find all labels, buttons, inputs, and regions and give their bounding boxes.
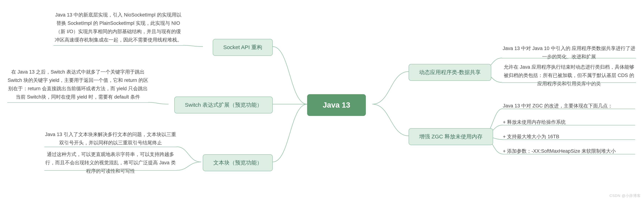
- branch-label: 文本块（预览功能）: [213, 160, 262, 166]
- leaf-socket-desc: Java 13 中的新底层实现，引入 NioSocketImpl 的实现用以替换…: [54, 11, 183, 46]
- leaf-underline: [502, 58, 636, 58]
- leaf-cds-2: 允许在 Java 应用程序执行结束时动态进行类归档，具体能够被归档的类包括：所有…: [502, 63, 636, 90]
- branch-label: Socket API 重构: [223, 44, 262, 50]
- leaf-zgc-2: + 释放未使用内存给操作系统: [503, 118, 635, 128]
- leaf-underline: [503, 125, 635, 125]
- leaf-underline: [54, 45, 183, 46]
- leaf-switch-desc: 在 Java 13 之后，Switch 表达式中就多了一个关键字用于跳出 Swi…: [7, 68, 148, 103]
- branch-text-block[interactable]: 文本块（预览功能）: [203, 154, 273, 171]
- leaf-zgc-4: + 添加参数：-XX:SoftMaxHeapSize 来软限制堆大小: [503, 147, 635, 157]
- branch-label: Switch 表达式扩展（预览功能）: [185, 102, 262, 108]
- leaf-underline: [44, 147, 177, 147]
- branch-switch-expression[interactable]: Switch 表达式扩展（预览功能）: [174, 96, 273, 114]
- branch-socket-api[interactable]: Socket API 重构: [213, 39, 273, 56]
- leaf-cds-1: Java 13 中对 Java 10 中引入的 应用程序类数据共享进行了进一步的…: [502, 44, 636, 62]
- center-node[interactable]: Java 13: [307, 94, 366, 116]
- leaf-underline: [503, 140, 635, 140]
- leaf-underline: [44, 170, 177, 171]
- leaf-underline: [503, 154, 635, 154]
- branch-zgc[interactable]: 增强 ZGC 释放未使用内存: [408, 128, 493, 145]
- center-title: Java 13: [323, 101, 350, 109]
- leaf-zgc-1: Java 13 中对 ZGC 的改进，主要体现在下面几点：: [503, 102, 635, 112]
- leaf-underline: [502, 82, 636, 83]
- branch-label: 动态应用程序类-数据共享: [419, 69, 481, 75]
- branch-label: 增强 ZGC 释放未使用内存: [419, 134, 482, 140]
- branch-app-cds[interactable]: 动态应用程序类-数据共享: [408, 64, 491, 81]
- leaf-zgc-3: + 支持最大堆大小为 16TB: [503, 132, 635, 142]
- watermark: CSDN @小薛博客: [610, 193, 641, 198]
- leaf-textblock-1: Java 13 引入了文本块来解决多行文本的问题，文本块以三重双引号开头，并以同…: [44, 130, 177, 148]
- leaf-underline: [7, 102, 148, 103]
- leaf-underline: [503, 109, 635, 109]
- leaf-textblock-2: 通过这种方式，可以更直观地表示字符串，可以支持跨越多行，而且不会出现转义的视觉混…: [44, 150, 177, 177]
